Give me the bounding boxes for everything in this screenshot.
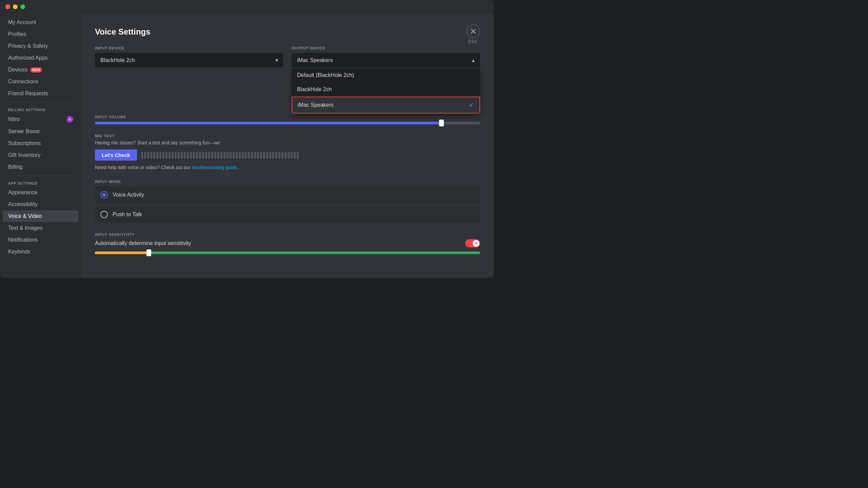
output-option-default[interactable]: Default (BlackHole 2ch) bbox=[292, 68, 480, 82]
troubleshoot-link[interactable]: troubleshooting guide bbox=[192, 165, 237, 170]
mic-bar bbox=[297, 152, 299, 159]
mic-bar bbox=[291, 152, 293, 159]
mic-bar bbox=[165, 152, 167, 159]
voice-activity-option[interactable]: Voice Activity bbox=[95, 186, 480, 203]
sidebar-item-label: Connections bbox=[8, 79, 38, 85]
auto-sensitivity-toggle[interactable]: ✕ bbox=[465, 239, 480, 247]
minimize-traffic-light[interactable] bbox=[13, 4, 18, 9]
sidebar-item-authorized-apps[interactable]: Authorized Apps bbox=[3, 52, 79, 64]
sidebar-item-subscriptions[interactable]: Subscriptions bbox=[3, 138, 79, 149]
sidebar-item-devices[interactable]: Devices NEW bbox=[3, 64, 79, 76]
mic-bar bbox=[205, 152, 207, 159]
mic-bar bbox=[196, 152, 198, 159]
push-to-talk-option[interactable]: Push to Talk bbox=[95, 206, 480, 223]
sidebar-item-label: Keybinds bbox=[8, 249, 31, 255]
mic-bar bbox=[242, 152, 244, 159]
sidebar-item-notifications[interactable]: Notifications bbox=[3, 234, 79, 246]
sidebar-divider-1 bbox=[5, 102, 76, 102]
mic-bar bbox=[269, 152, 271, 159]
mic-bar bbox=[230, 152, 232, 159]
sidebar-item-label: Devices bbox=[8, 67, 27, 73]
mic-bars bbox=[141, 152, 480, 159]
toggle-knob: ✕ bbox=[473, 240, 479, 247]
app-section-label: APP SETTINGS bbox=[0, 181, 81, 185]
sensitivity-slider[interactable] bbox=[95, 251, 480, 254]
input-device-col: INPUT DEVICE BlackHole 2ch ▾ bbox=[95, 46, 283, 67]
sidebar-item-nitro[interactable]: Nitro bbox=[3, 113, 79, 125]
mic-test-row: Let's Check bbox=[95, 149, 480, 161]
sidebar-item-gift-inventory[interactable]: Gift Inventory bbox=[3, 149, 79, 161]
mic-bar bbox=[193, 152, 195, 159]
push-to-talk-label: Push to Talk bbox=[113, 211, 142, 218]
lets-check-button[interactable]: Let's Check bbox=[95, 149, 137, 161]
sidebar-item-keybinds[interactable]: Keybinds bbox=[3, 246, 79, 258]
output-option-imac-speakers[interactable]: iMac Speakers ✔ bbox=[292, 97, 480, 114]
input-device-dropdown[interactable]: BlackHole 2ch ▾ bbox=[95, 53, 283, 67]
close-traffic-light[interactable] bbox=[5, 4, 10, 9]
input-volume-slider[interactable] bbox=[95, 122, 480, 124]
output-option-default-label: Default (BlackHole 2ch) bbox=[297, 72, 354, 78]
input-volume-section: INPUT VOLUME bbox=[95, 115, 480, 124]
mic-bar bbox=[147, 152, 149, 159]
input-mode-section: INPUT MODE Voice Activity Push to Talk bbox=[95, 180, 480, 223]
mic-bar bbox=[211, 152, 213, 159]
sidebar-item-label: Billing bbox=[8, 164, 23, 170]
mic-bar bbox=[278, 152, 280, 159]
input-sensitivity-label: INPUT SENSITIVITY bbox=[95, 232, 480, 237]
mic-bar bbox=[156, 152, 158, 159]
mic-test-label: MIC TEST bbox=[95, 134, 480, 138]
sidebar-item-label: Accessibility bbox=[8, 201, 38, 207]
sensitivity-fill bbox=[95, 251, 149, 254]
mic-bar bbox=[288, 152, 290, 159]
mic-bar bbox=[233, 152, 235, 159]
mic-bar bbox=[202, 152, 204, 159]
maximize-traffic-light[interactable] bbox=[20, 4, 25, 9]
sidebar-item-text-images[interactable]: Text & Images bbox=[3, 222, 79, 234]
mic-bar bbox=[220, 152, 222, 159]
close-button[interactable] bbox=[467, 24, 480, 38]
page-title: Voice Settings bbox=[95, 27, 480, 37]
sidebar-item-appearance[interactable]: Appearance bbox=[3, 187, 79, 198]
sidebar-item-voice-video[interactable]: Voice & Video bbox=[3, 210, 79, 222]
device-row: INPUT DEVICE BlackHole 2ch ▾ OUTPUT DEVI… bbox=[95, 46, 480, 67]
sidebar-item-my-account[interactable]: My Account bbox=[3, 17, 79, 28]
output-device-dropdown[interactable]: iMac Speakers ▴ bbox=[292, 53, 480, 67]
voice-activity-radio bbox=[100, 191, 108, 199]
mic-bar bbox=[181, 152, 183, 159]
sidebar-item-label: Server Boost bbox=[8, 128, 39, 135]
sidebar-item-friend-requests[interactable]: Friend Requests bbox=[3, 88, 79, 99]
sidebar-item-billing[interactable]: Billing bbox=[3, 161, 79, 173]
mic-bar bbox=[187, 152, 189, 159]
mic-bar bbox=[217, 152, 219, 159]
mic-bar bbox=[263, 152, 265, 159]
sidebar-item-privacy-safety[interactable]: Privacy & Safety bbox=[3, 40, 79, 52]
mic-bar bbox=[190, 152, 192, 159]
sidebar-item-profiles[interactable]: Profiles bbox=[3, 28, 79, 40]
sidebar-item-label: Voice & Video bbox=[8, 213, 42, 219]
sidebar-item-label: My Account bbox=[8, 19, 36, 25]
billing-section-label: BILLING SETTINGS bbox=[0, 108, 81, 112]
input-device-chevron-down-icon: ▾ bbox=[275, 57, 278, 63]
output-option-blackhole[interactable]: BlackHole 2ch bbox=[292, 82, 480, 97]
sidebar-item-accessibility[interactable]: Accessibility bbox=[3, 199, 79, 210]
mic-bar bbox=[169, 152, 171, 159]
output-device-value: iMac Speakers bbox=[297, 57, 333, 63]
check-icon: ✔ bbox=[469, 101, 474, 109]
mic-bar bbox=[239, 152, 241, 159]
mic-bar bbox=[275, 152, 277, 159]
traffic-lights bbox=[5, 4, 25, 9]
input-sensitivity-section: INPUT SENSITIVITY Automatically determin… bbox=[95, 232, 480, 254]
sidebar-item-label: Profiles bbox=[8, 31, 26, 37]
devices-badge: NEW bbox=[30, 67, 42, 73]
mic-bar bbox=[178, 152, 180, 159]
sidebar-item-server-boost[interactable]: Server Boost bbox=[3, 126, 79, 137]
mic-bar bbox=[150, 152, 152, 159]
mic-bar bbox=[260, 152, 262, 159]
mic-bar bbox=[226, 152, 229, 159]
sidebar-item-connections[interactable]: Connections bbox=[3, 76, 79, 87]
mic-bar bbox=[248, 152, 250, 159]
output-option-blackhole-label: BlackHole 2ch bbox=[297, 86, 332, 93]
volume-fill bbox=[95, 122, 441, 124]
app-window: My Account Profiles Privacy & Safety Aut… bbox=[0, 0, 494, 278]
sidebar-item-label: Notifications bbox=[8, 237, 38, 243]
